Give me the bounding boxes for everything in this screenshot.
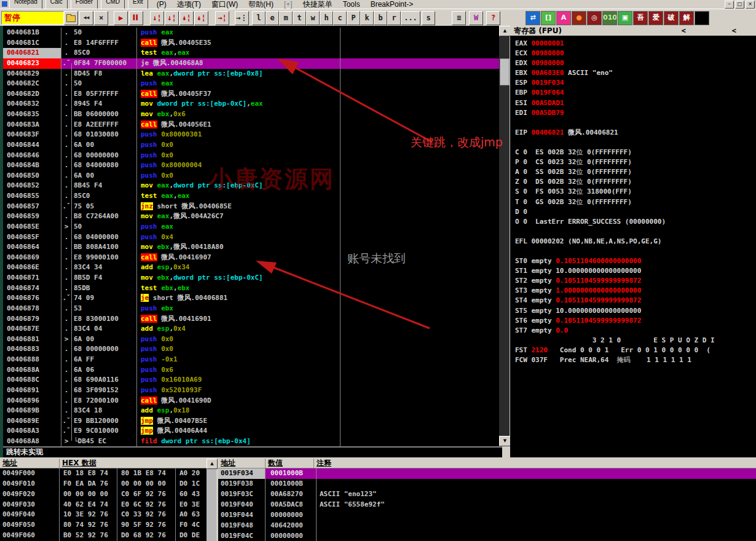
stack-header-comment[interactable]: 注释 — [314, 459, 756, 468]
disasm-row[interactable]: 00406829.8D45 F8lea eax,dword ptr ss:[eb… — [3, 69, 499, 79]
disasm-row[interactable]: 0040689B.83C4 18add esp,0x18 — [3, 406, 499, 416]
pause-button[interactable]: ▌▌ — [129, 11, 143, 25]
exchange-button[interactable]: ⇄ — [526, 11, 540, 25]
disasm-row[interactable]: 00406891.68 3F090152push 0x5201093F — [3, 385, 499, 396]
screen-button[interactable]: ▣ — [618, 11, 632, 25]
list-button[interactable]: ≡ — [452, 11, 466, 25]
disasm-row[interactable]: 00406835.BB 06000000mov ebx,0x6 — [3, 109, 499, 120]
window-m-button[interactable]: m — [279, 11, 293, 25]
brand-po-button[interactable]: 破 — [664, 11, 679, 25]
disasm-row[interactable]: 0040682C.50push eax — [3, 79, 499, 89]
dump-scrollbar[interactable]: ▲ — [207, 459, 216, 541]
collapse-left-icon[interactable]: < — [682, 26, 686, 36]
disasm-row[interactable]: 0040685E>50push eax — [3, 222, 499, 232]
menu-p[interactable]: (P) — [157, 0, 167, 9]
record-button[interactable]: ● — [572, 11, 586, 25]
stack-row[interactable]: 0019F03C00A68270ASCII "eno123" — [218, 489, 756, 500]
target-button[interactable]: ◎ — [587, 11, 602, 25]
disasm-row[interactable]: 00406850.6A 00push 0x0 — [3, 171, 499, 181]
step-into-button[interactable]: ↓¦ — [150, 11, 164, 25]
disasm-row[interactable]: 00406896.E8 72000100call 微风.0041690D — [3, 396, 499, 406]
disasm-row[interactable]: 00406883.68 00000000push 0x0 — [3, 344, 499, 355]
dump-row[interactable]: 0049F04010 3E 92 76C0 33 92 76A0 63 — [0, 510, 207, 520]
disasm-row[interactable]: 0040682D.E8 05F7FFFFcall 微风.00405F37 — [3, 89, 499, 100]
disasm-row[interactable]: 0040684B.68 04000080push 0x80000004 — [3, 160, 499, 171]
plugin-button-calc[interactable]: Calc — [45, 0, 68, 9]
restore-button[interactable]: □ — [735, 1, 744, 9]
window-r-button[interactable]: r — [387, 11, 401, 25]
window-l-button[interactable]: l — [252, 11, 266, 25]
plugin-button-exit[interactable]: Exit — [128, 0, 148, 9]
disasm-row[interactable]: 004068A3.ˇE9 9C010000jmp 微风.00406A44 — [3, 426, 499, 436]
trace-into-button[interactable]: ↡¦ — [179, 11, 194, 25]
help-button[interactable]: ? — [486, 11, 500, 25]
disasm-row[interactable]: 0040685F.68 04000000push 0x4 — [3, 232, 499, 243]
open-folder-button[interactable] — [64, 11, 78, 25]
window-c-button[interactable]: c — [333, 11, 347, 25]
dump-scroll-up-icon[interactable]: ▲ — [207, 459, 218, 469]
stack-row[interactable]: 0019F04840642000 — [218, 521, 756, 531]
dump-row[interactable]: 0049F060B0 52 92 76D0 68 92 76D0 DE — [0, 531, 207, 541]
disasm-row[interactable]: 00406852.8B45 F4mov eax,dword ptr ss:[eb… — [3, 181, 499, 191]
stack-row[interactable]: 0019F0380001000B — [218, 479, 756, 489]
letter-a-button[interactable]: A — [556, 11, 571, 25]
menu-breakpoint[interactable]: BreakPoint-> — [371, 0, 414, 9]
disasm-row[interactable]: 00406859.B8 C7264A00mov eax,微风.004A26C7 — [3, 211, 499, 222]
menu-tools[interactable]: Tools — [343, 0, 360, 9]
stack-row[interactable]: 0019F04400000000 — [218, 510, 756, 521]
binary-button[interactable]: 010 — [602, 11, 617, 25]
disasm-row[interactable]: 00406874.85DBtest ebx,ebx — [3, 283, 499, 294]
run-button[interactable]: ▶ — [114, 11, 128, 25]
window-h-button[interactable]: h — [320, 11, 333, 25]
window-t-button[interactable]: t — [293, 11, 306, 25]
dump-row[interactable]: 0049F000E0 18 E8 7480 1B E8 74A0 20 — [0, 468, 207, 479]
scrollbar-thumb[interactable] — [500, 58, 510, 85]
trace-over-button[interactable]: ↡¦ — [194, 11, 208, 25]
disasm-row[interactable]: 00406888.6A FFpush -0x1 — [3, 355, 499, 365]
brand-ai-button[interactable]: 爱 — [648, 11, 663, 25]
menu-快捷菜单[interactable]: 快捷菜单 — [303, 0, 333, 9]
stack-header-address[interactable]: 地址 — [218, 459, 266, 468]
menu-[interactable]: [+] — [284, 0, 293, 9]
disasm-row[interactable]: 00406871.8B5D F4mov ebx,dword ptr ss:[eb… — [3, 273, 499, 283]
disasm-row[interactable]: 00406832.8945 F4mov dword ptr ss:[ebp-0x… — [3, 99, 499, 109]
disasm-row[interactable]: 00406823.ˇ0F84 7F000000je 微风.004068A8 — [3, 58, 499, 69]
disasm-row[interactable]: 00406879.E8 83000100call 微风.00416901 — [3, 314, 499, 325]
disasm-row[interactable]: 0040687E.83C4 04add esp,0x4 — [3, 324, 499, 334]
disasm-row[interactable]: 00406878.53push ebx — [3, 304, 499, 314]
goto-button[interactable]: →⋮ — [235, 11, 249, 25]
close-button[interactable]: × — [746, 1, 755, 9]
disasm-row[interactable]: 00406864.BB 808A4100mov ebx,微风.00418A80 — [3, 242, 499, 253]
disasm-row[interactable]: 00406857.ˇ75 05jnz short 微风.0040685E — [3, 202, 499, 212]
disasm-row[interactable]: 00406881>6A 00push 0x0 — [3, 334, 499, 345]
disasm-row[interactable]: 0040688A.6A 06push 0x6 — [3, 365, 499, 376]
minimize-button[interactable]: – — [725, 1, 734, 9]
menu-选项t[interactable]: 选项(T) — [177, 0, 201, 9]
close-window-button[interactable]: × — [94, 11, 108, 25]
window-e-button[interactable]: e — [266, 11, 279, 25]
dump-row[interactable]: 0049F05080 74 92 7690 5F 92 76F0 4C — [0, 520, 207, 531]
window-dots-button[interactable]: ... — [401, 11, 420, 25]
window-k-button[interactable]: k — [360, 11, 374, 25]
dump-row[interactable]: 0049F03040 62 E4 74E0 6C 92 76E0 3E — [0, 500, 207, 510]
menu-窗口w[interactable]: 窗口(W) — [211, 0, 238, 9]
window-w-button[interactable]: w — [306, 11, 320, 25]
scroll-down-icon[interactable]: ▼ — [499, 436, 511, 446]
brand-wu-button[interactable]: 吾 — [633, 11, 648, 25]
disasm-row[interactable]: 0040688C.68 690A0116push 0x16010A69 — [3, 375, 499, 385]
disasm-row[interactable]: 00406821.85C0test eax,eax — [3, 48, 499, 58]
window-P-button[interactable]: P — [347, 11, 360, 25]
stack-row[interactable]: 0019F0340001000B — [218, 468, 756, 479]
stack-row[interactable]: 0019F04000A5DAC8ASCII "6558e92f" — [218, 500, 756, 510]
appearance-button[interactable]: W — [469, 11, 483, 25]
disassembly-scrollbar[interactable]: ▲ ▼ — [499, 26, 510, 446]
disasm-row[interactable]: 0040683A.E8 A2EEFFFFcall 微风.004056E1 — [3, 120, 499, 130]
window-b-button[interactable]: b — [374, 11, 387, 25]
restart-button[interactable]: ◀◀ — [79, 11, 93, 25]
dump-row[interactable]: 0049F02000 00 00 00C0 6F 92 7660 43 — [0, 489, 207, 500]
disasm-row[interactable]: 004068A8>└DB45 ECfild dword ptr ss:[ebp-… — [3, 436, 499, 446]
step-over-button[interactable]: ↓¦ — [165, 11, 179, 25]
black-box-button[interactable] — [695, 11, 709, 25]
stack-row[interactable]: 0019F04C00000000 — [218, 531, 756, 541]
plugin-button-cmd[interactable]: CMD — [101, 0, 125, 9]
